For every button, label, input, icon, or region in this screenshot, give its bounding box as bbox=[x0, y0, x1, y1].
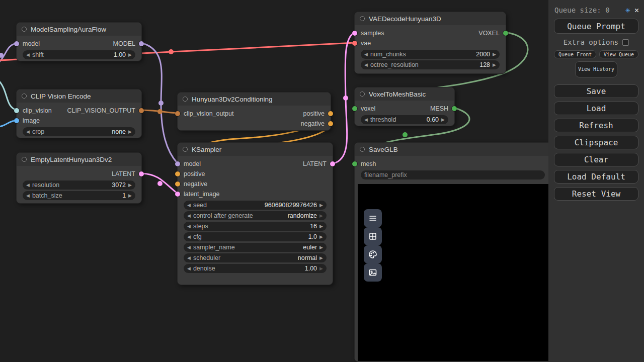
widget-cfg[interactable]: cfg 1.0 bbox=[184, 232, 327, 241]
widget-num-chunks[interactable]: num_chunks 2000 bbox=[361, 50, 500, 59]
collapse-dot-icon[interactable] bbox=[360, 16, 365, 21]
input-port-clip-vision-output[interactable] bbox=[175, 111, 180, 116]
collapse-dot-icon[interactable] bbox=[183, 97, 188, 102]
increase-arrow-icon[interactable] bbox=[493, 60, 496, 69]
decrease-arrow-icon[interactable] bbox=[26, 191, 30, 200]
input-port-latent-image[interactable] bbox=[175, 192, 180, 197]
load-default-button[interactable]: Load Default bbox=[554, 170, 638, 184]
decrease-arrow-icon[interactable] bbox=[187, 201, 191, 210]
decrease-arrow-icon[interactable] bbox=[187, 222, 191, 231]
node-vae-decode-hunyuan3d[interactable]: VAEDecodeHunyuan3D samples VOXEL vae num… bbox=[354, 12, 506, 74]
widget-control-after-generate[interactable]: control after generate randomize bbox=[184, 211, 327, 220]
increase-arrow-icon[interactable] bbox=[319, 222, 323, 231]
view-queue-button[interactable]: View Queue bbox=[599, 50, 638, 58]
load-button[interactable]: Load bbox=[554, 102, 638, 115]
decrease-arrow-icon[interactable] bbox=[26, 180, 30, 190]
close-icon[interactable]: ✕ bbox=[634, 6, 639, 15]
node-clip-vision-encode[interactable]: CLIP Vision Encode clip_vision CLIP_VISI… bbox=[16, 89, 142, 138]
widget-seed[interactable]: seed 960690829976426 bbox=[184, 201, 327, 210]
increase-arrow-icon[interactable] bbox=[319, 211, 323, 220]
input-port-positive[interactable] bbox=[175, 171, 180, 176]
node-ksampler[interactable]: KSampler model LATENT positive negative … bbox=[177, 142, 333, 285]
collapse-dot-icon[interactable] bbox=[22, 27, 27, 32]
extra-options-checkbox[interactable] bbox=[622, 39, 629, 46]
input-port-voxel[interactable] bbox=[352, 106, 357, 111]
widget-resolution[interactable]: resolution 3072 bbox=[23, 180, 135, 190]
clipspace-button[interactable]: Clipspace bbox=[554, 136, 638, 149]
image-export-button[interactable] bbox=[364, 263, 382, 282]
node-title-bar[interactable]: CLIP Vision Encode bbox=[17, 89, 141, 103]
node-title-bar[interactable]: Hunyuan3Dv2Conditioning bbox=[178, 93, 331, 106]
widget-denoise[interactable]: denoise 1.00 bbox=[184, 264, 327, 273]
output-port-positive[interactable] bbox=[328, 111, 333, 116]
increase-arrow-icon[interactable] bbox=[128, 180, 132, 190]
node-save-glb[interactable]: SaveGLB mesh filename_prefix bbox=[354, 142, 551, 362]
collapse-dot-icon[interactable] bbox=[22, 157, 27, 162]
widget-batch-size[interactable]: batch_size 1 bbox=[23, 191, 135, 200]
input-port-clip-vision[interactable] bbox=[14, 108, 19, 113]
input-port-model[interactable] bbox=[175, 161, 180, 166]
input-port-samples[interactable] bbox=[352, 31, 357, 36]
output-port-model[interactable] bbox=[139, 41, 144, 46]
increase-arrow-icon[interactable] bbox=[441, 115, 445, 124]
node-empty-latent-hunyuan3dv2[interactable]: EmptyLatentHunyuan3Dv2 LATENT resolution… bbox=[16, 152, 142, 204]
node-canvas[interactable]: ModelSamplingAuraFlow model MODEL shift … bbox=[0, 0, 644, 362]
node-title-bar[interactable]: VoxelToMeshBasic bbox=[355, 87, 454, 101]
increase-arrow-icon[interactable] bbox=[128, 127, 132, 136]
output-port-clip-vision-output[interactable] bbox=[139, 108, 144, 113]
collapse-dot-icon[interactable] bbox=[360, 92, 365, 97]
material-button[interactable] bbox=[364, 245, 382, 263]
increase-arrow-icon[interactable] bbox=[319, 253, 323, 262]
widget-shift[interactable]: shift 1.00 bbox=[23, 50, 135, 59]
queue-front-button[interactable]: Queue Front bbox=[554, 50, 596, 58]
queue-prompt-button[interactable]: Queue Prompt bbox=[554, 19, 638, 34]
reset-view-button[interactable]: Reset View bbox=[554, 187, 638, 201]
decrease-arrow-icon[interactable] bbox=[364, 115, 368, 124]
input-port-image[interactable] bbox=[14, 118, 19, 123]
widget-steps[interactable]: steps 16 bbox=[184, 222, 327, 231]
node-model-sampling-auraflow[interactable]: ModelSamplingAuraFlow model MODEL shift … bbox=[16, 22, 142, 61]
collapse-dot-icon[interactable] bbox=[360, 147, 365, 152]
decrease-arrow-icon[interactable] bbox=[364, 50, 368, 59]
output-port-mesh[interactable] bbox=[452, 106, 457, 111]
menu-button[interactable] bbox=[364, 209, 382, 227]
increase-arrow-icon[interactable] bbox=[128, 191, 132, 200]
clear-button[interactable]: Clear bbox=[554, 153, 638, 166]
output-port-latent[interactable] bbox=[139, 171, 144, 176]
node-title-bar[interactable]: VAEDecodeHunyuan3D bbox=[355, 12, 506, 25]
increase-arrow-icon[interactable] bbox=[128, 50, 132, 59]
widget-octree-resolution[interactable]: octree_resolution 128 bbox=[361, 60, 500, 69]
3d-mesh-viewport[interactable] bbox=[358, 184, 549, 361]
increase-arrow-icon[interactable] bbox=[319, 232, 323, 241]
widget-threshold[interactable]: threshold 0.60 bbox=[361, 115, 448, 124]
widget-scheduler[interactable]: scheduler normal bbox=[184, 253, 327, 262]
output-port-latent[interactable] bbox=[330, 161, 335, 166]
input-port-negative[interactable] bbox=[175, 182, 180, 187]
collapse-dot-icon[interactable] bbox=[183, 147, 188, 152]
widget-sampler-name[interactable]: sampler_name euler bbox=[184, 243, 327, 252]
refresh-button[interactable]: Refresh bbox=[554, 119, 638, 132]
node-title-bar[interactable]: SaveGLB bbox=[355, 143, 551, 156]
output-port-voxel[interactable] bbox=[503, 31, 508, 36]
collapse-dot-icon[interactable] bbox=[22, 94, 27, 99]
increase-arrow-icon[interactable] bbox=[319, 243, 323, 252]
increase-arrow-icon[interactable] bbox=[493, 50, 496, 59]
increase-arrow-icon[interactable] bbox=[319, 201, 323, 210]
decrease-arrow-icon[interactable] bbox=[187, 211, 191, 220]
decrease-arrow-icon[interactable] bbox=[364, 60, 368, 69]
input-port-vae[interactable] bbox=[352, 41, 357, 46]
node-hunyuan3dv2-conditioning[interactable]: Hunyuan3Dv2Conditioning clip_vision_outp… bbox=[177, 92, 331, 131]
widget-crop[interactable]: crop none bbox=[23, 127, 135, 136]
view-history-button[interactable]: View History bbox=[575, 61, 617, 77]
output-port-negative[interactable] bbox=[328, 121, 333, 126]
node-title-bar[interactable]: EmptyLatentHunyuan3Dv2 bbox=[17, 153, 141, 166]
node-title-bar[interactable]: KSampler bbox=[178, 143, 333, 156]
decrease-arrow-icon[interactable] bbox=[26, 50, 30, 59]
decrease-arrow-icon[interactable] bbox=[187, 264, 191, 273]
save-button[interactable]: Save bbox=[554, 84, 638, 98]
increase-arrow-icon[interactable] bbox=[319, 264, 323, 273]
grid-view-button[interactable] bbox=[364, 227, 382, 245]
decrease-arrow-icon[interactable] bbox=[187, 243, 191, 252]
widget-filename-prefix[interactable]: filename_prefix bbox=[361, 170, 545, 179]
input-port-mesh[interactable] bbox=[352, 161, 357, 166]
